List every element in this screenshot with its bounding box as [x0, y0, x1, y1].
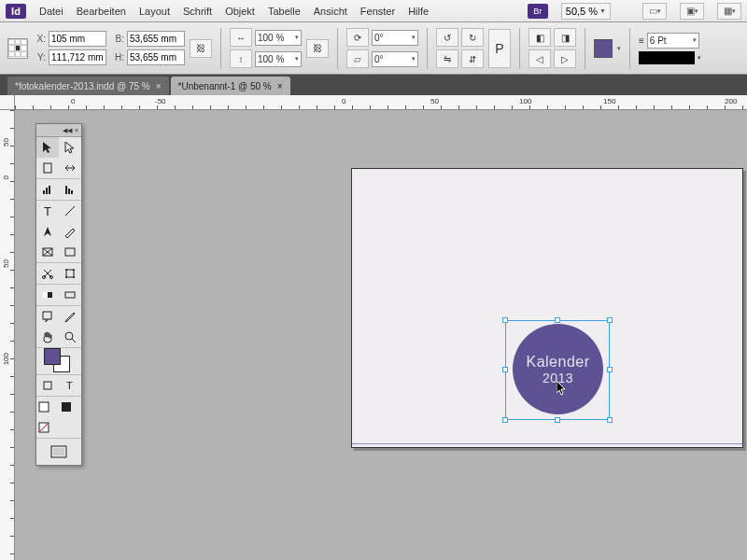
svg-line-8 — [65, 206, 75, 216]
stroke-weight-icon: ≡ — [639, 35, 644, 46]
sel-handle-tm[interactable] — [555, 317, 560, 323]
menu-bearbeiten[interactable]: Bearbeiten — [77, 6, 126, 17]
type-tool-icon[interactable]: T — [36, 201, 59, 221]
free-transform-tool-icon[interactable] — [59, 263, 81, 284]
svg-point-24 — [65, 332, 73, 340]
select-prev-icon[interactable]: ◁ — [529, 49, 551, 68]
bridge-icon[interactable]: Br — [528, 4, 548, 19]
apply-gradient-icon[interactable] — [36, 417, 51, 438]
select-content-icon[interactable]: ◨ — [554, 28, 576, 47]
vertical-ruler[interactable]: 50050100 — [0, 110, 15, 560]
link-scale-icon[interactable]: ⛓ — [306, 39, 329, 58]
svg-point-16 — [65, 269, 67, 271]
rotate-ccw-icon[interactable]: ↺ — [436, 28, 458, 47]
svg-text:T: T — [44, 204, 51, 217]
svg-rect-15 — [66, 270, 74, 277]
reference-point-grid[interactable] — [7, 38, 28, 59]
note-tool-icon[interactable] — [36, 306, 59, 327]
apply-container-icon[interactable] — [36, 375, 59, 396]
scissors-tool-icon[interactable] — [36, 263, 59, 284]
y-input[interactable] — [49, 49, 106, 65]
scale-y-input[interactable]: 100 %▾ — [255, 51, 302, 67]
scale-x-input[interactable]: 100 %▾ — [255, 30, 302, 46]
direct-selection-tool-icon[interactable] — [59, 137, 81, 158]
rect-tool-icon[interactable] — [59, 242, 81, 262]
eyedropper-tool-icon[interactable] — [59, 306, 81, 327]
screen-mode-icon[interactable]: ▣▾ — [680, 3, 704, 20]
histogram2-tool-icon[interactable] — [59, 179, 81, 200]
selection-bounds[interactable] — [505, 320, 610, 420]
histogram-tool-icon[interactable] — [36, 179, 59, 200]
x-input[interactable] — [49, 31, 106, 47]
pencil-tool-icon[interactable] — [59, 221, 81, 242]
link-wh-icon[interactable]: ⛓ — [190, 39, 212, 58]
width-input[interactable] — [127, 31, 185, 47]
select-next-icon[interactable]: ▷ — [554, 49, 576, 68]
close-icon[interactable]: × — [156, 81, 162, 91]
rect-frame-tool-icon[interactable] — [36, 242, 59, 262]
arrange-icon[interactable]: ▦▾ — [717, 3, 741, 20]
gradient-swatch-tool-icon[interactable] — [36, 285, 59, 305]
svg-line-11 — [43, 248, 52, 256]
app-logo-icon: Id — [6, 4, 26, 19]
close-icon[interactable]: × — [277, 81, 283, 91]
menu-hilfe[interactable]: Hilfe — [408, 6, 429, 17]
sel-handle-tl[interactable] — [502, 317, 508, 323]
menu-datei[interactable]: Datei — [39, 6, 63, 17]
menu-layout[interactable]: Layout — [139, 6, 170, 17]
y-label: Y: — [33, 52, 46, 63]
apply-none-icon[interactable] — [36, 397, 51, 417]
rotate-input[interactable]: 0°▾ — [372, 30, 418, 46]
selection-tool-icon[interactable] — [36, 137, 59, 158]
line-tool-icon[interactable] — [59, 201, 81, 221]
stroke-style-preview[interactable] — [639, 51, 695, 64]
canvas-area[interactable]: Kalender 2013 — [15, 110, 747, 560]
sel-handle-tr[interactable] — [607, 317, 613, 323]
zoom-value: 50,5 % — [566, 6, 598, 17]
zoom-combo[interactable]: 50,5 % ▼ — [561, 3, 611, 20]
gradient-feather-tool-icon[interactable] — [59, 285, 81, 305]
fill-swatch[interactable] — [594, 39, 613, 58]
view-mode-icon[interactable]: ▭▾ — [642, 3, 667, 20]
apply-text-icon[interactable]: T — [59, 375, 81, 396]
apply-color-icon[interactable] — [59, 397, 74, 417]
menu-tabelle[interactable]: Tabelle — [268, 6, 301, 17]
stroke-weight-input[interactable]: 6 Pt▾ — [647, 33, 699, 49]
fill-stroke-swatch[interactable] — [36, 348, 81, 374]
hand-tool-icon[interactable] — [36, 327, 59, 347]
sel-handle-ml[interactable] — [502, 367, 508, 372]
svg-line-10 — [43, 248, 52, 256]
select-container-icon[interactable]: ◧ — [529, 28, 551, 47]
menu-objekt[interactable]: Objekt — [225, 6, 255, 17]
tools-panel[interactable]: ◀◀× T T — [35, 123, 82, 466]
flip-v-icon[interactable]: ⇵ — [461, 49, 484, 68]
menu-ansicht[interactable]: Ansicht — [314, 6, 347, 17]
sel-handle-bm[interactable] — [555, 417, 560, 423]
tab-unbenannt[interactable]: *Unbenannt-1 @ 50 %× — [171, 77, 290, 95]
flip-h-icon[interactable]: ⇋ — [436, 49, 458, 68]
close-icon[interactable]: × — [75, 127, 78, 133]
sel-handle-bl[interactable] — [502, 417, 508, 423]
height-input[interactable] — [127, 49, 185, 65]
page-tool-icon[interactable] — [36, 158, 59, 178]
pen-tool-icon[interactable] — [36, 221, 59, 242]
view-mode-toggle-icon[interactable] — [36, 439, 81, 465]
tools-panel-header[interactable]: ◀◀× — [36, 124, 81, 137]
zoom-tool-icon[interactable] — [59, 327, 81, 347]
shear-input[interactable]: 0°▾ — [372, 51, 418, 67]
svg-point-17 — [73, 269, 75, 271]
sel-handle-mr[interactable] — [607, 367, 613, 372]
tab-fotokalender[interactable]: *fotokalender-2013.indd @ 75 %× — [7, 77, 169, 95]
ruler-origin[interactable] — [0, 95, 15, 110]
rotate-cw-icon[interactable]: ↻ — [461, 28, 484, 47]
gap-tool-icon[interactable] — [59, 158, 81, 178]
svg-rect-2 — [46, 188, 48, 194]
sel-handle-br[interactable] — [607, 417, 613, 423]
collapse-icon[interactable]: ◀◀ — [63, 127, 72, 134]
menu-schrift[interactable]: Schrift — [183, 6, 212, 17]
menu-fenster[interactable]: Fenster — [360, 6, 395, 17]
p-indicator-icon: P — [488, 29, 511, 68]
fill-dd-icon[interactable]: ▾ — [617, 45, 621, 52]
control-panel: X: Y: B: H: ⛓ ↔100 %▾ ↕100 %▾ ⛓ ⟳0°▾ ▱0°… — [0, 22, 747, 75]
horizontal-ruler[interactable]: 0-50050100150200 — [15, 95, 747, 110]
